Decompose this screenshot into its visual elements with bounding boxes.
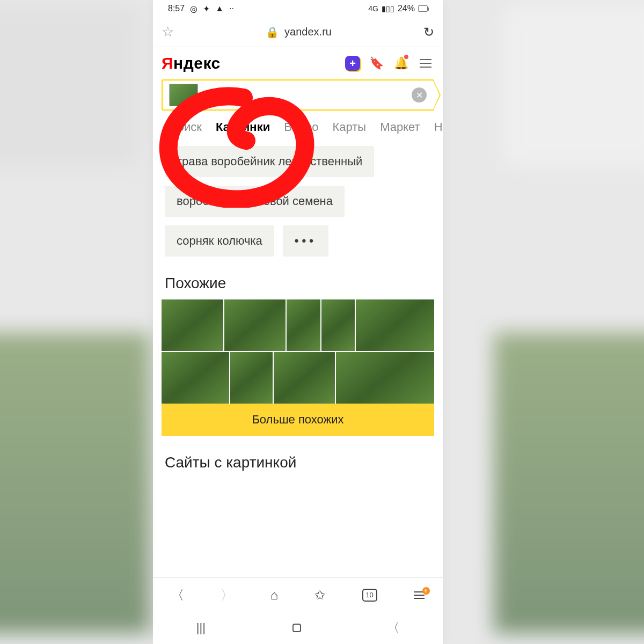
android-nav-bar: ||| 〈 — [153, 612, 443, 644]
network-type: 4G — [368, 4, 378, 13]
similar-image[interactable] — [287, 299, 320, 351]
status-bar: 8:57 ◎ ✦ ▲ ·· 4G ▮▯▯ 24% — [153, 0, 443, 17]
reload-icon[interactable]: ↻ — [423, 25, 434, 40]
search-thumbnail[interactable] — [169, 84, 198, 106]
battery-icon — [418, 5, 428, 12]
notification-dot-icon — [404, 55, 408, 59]
bookmark-icon[interactable]: 🔖 — [368, 55, 385, 72]
sparkle-icon: ✦ — [203, 4, 210, 14]
similar-heading: Похожие — [153, 257, 443, 299]
signal-icon: ▮▯▯ — [382, 4, 394, 13]
similar-image[interactable] — [274, 352, 335, 404]
lock-icon: 🔒 — [266, 26, 279, 39]
status-time: 8:57 — [168, 4, 185, 13]
tab-kartinki[interactable]: Картинки — [216, 120, 270, 134]
chip-suggestion[interactable]: трава воробейник лекарственный — [165, 146, 374, 177]
bell-icon[interactable]: 🔔 — [392, 55, 409, 72]
similar-image[interactable] — [224, 299, 286, 351]
tab-market[interactable]: Маркет — [380, 120, 420, 134]
browser-menu-icon[interactable]: н — [414, 591, 425, 599]
more-similar-button[interactable]: Больше похожих — [162, 404, 434, 436]
instagram-icon: ◎ — [190, 4, 197, 14]
chip-suggestion[interactable]: сорняк колючка — [165, 225, 274, 257]
warning-icon: ▲ — [215, 4, 224, 13]
tab-poisk[interactable]: Поиск — [169, 120, 202, 134]
bookmark-star-icon[interactable]: ☆ — [162, 24, 174, 40]
browser-bottom-bar: 〈 〉 ⌂ ✩ 10 н — [153, 577, 443, 612]
search-service-tabs: Поиск Картинки Видео Карты Маркет Но — [153, 111, 443, 141]
recents-icon[interactable]: ||| — [196, 621, 206, 635]
tab-more[interactable]: Но — [434, 120, 443, 134]
similar-image[interactable] — [336, 352, 434, 404]
tabs-count-icon[interactable]: 10 — [362, 589, 377, 602]
clear-icon[interactable]: ✕ — [412, 87, 427, 103]
similar-image[interactable] — [356, 299, 434, 351]
plus-icon[interactable]: + — [345, 56, 360, 71]
browser-url-bar: ☆ 🔒 yandex.ru ↻ — [153, 17, 443, 47]
battery-percent: 24% — [398, 4, 415, 13]
home-icon[interactable]: ⌂ — [270, 588, 279, 603]
back-icon[interactable]: 〈 — [171, 587, 184, 604]
phone-screen: 8:57 ◎ ✦ ▲ ·· 4G ▮▯▯ 24% ☆ 🔒 yandex.ru ↻… — [153, 0, 443, 644]
similar-image[interactable] — [162, 299, 223, 351]
chip-more[interactable]: ••• — [283, 225, 328, 257]
image-search-box[interactable]: ✕ — [162, 79, 434, 111]
logo-rest: ндекс — [173, 54, 221, 72]
yandex-logo[interactable]: Яндекс — [162, 54, 221, 72]
favorites-icon[interactable]: ✩ — [314, 588, 325, 603]
url-domain: yandex.ru — [284, 26, 332, 38]
tab-karty[interactable]: Карты — [332, 120, 366, 134]
similar-image-grid — [162, 299, 434, 404]
similar-image[interactable] — [230, 352, 273, 404]
tab-video[interactable]: Видео — [284, 120, 318, 134]
logo-letter-ya: Я — [162, 54, 173, 72]
forward-icon[interactable]: 〉 — [221, 587, 233, 604]
back-button-icon[interactable]: 〈 — [387, 620, 399, 636]
similar-image[interactable] — [162, 352, 229, 404]
url-display[interactable]: 🔒 yandex.ru — [181, 26, 416, 39]
sites-heading: Сайты с картинкой — [153, 436, 443, 479]
home-button-icon[interactable] — [292, 624, 301, 632]
yandex-header: Яндекс + 🔖 🔔 — [153, 47, 443, 79]
menu-icon[interactable] — [417, 55, 434, 72]
search-arrow-icon — [433, 79, 441, 111]
more-dots-icon: ·· — [229, 4, 234, 13]
chip-suggestion[interactable]: воробейник полевой семена — [165, 186, 345, 217]
menu-badge: н — [422, 587, 430, 595]
similar-image[interactable] — [321, 299, 355, 351]
suggestion-chips: трава воробейник лекарственный воробейни… — [153, 141, 443, 257]
